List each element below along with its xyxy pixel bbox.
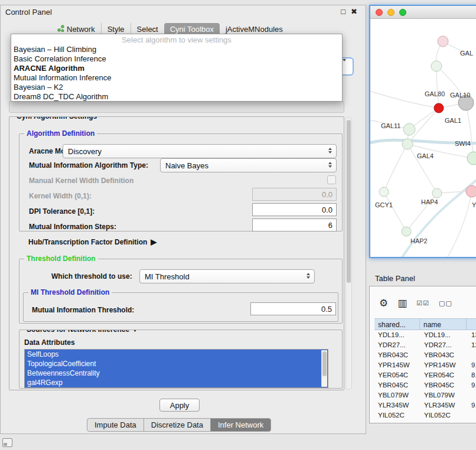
attribute-item[interactable]: BetweennessCentrality xyxy=(25,369,328,378)
manual-kernel-label: Manual Kernel Width Definition xyxy=(29,177,133,185)
network-node[interactable] xyxy=(438,36,448,47)
close-traffic-light[interactable] xyxy=(376,9,383,16)
table-row[interactable]: YBL079WYBL079W xyxy=(374,390,476,400)
network-window-titlebar[interactable] xyxy=(370,6,476,19)
table-body: YDL19...YDL19...13YDR27...YDR27...12YBR0… xyxy=(374,330,476,420)
hub-tf-definition-toggle[interactable]: Hub/Transcription Factor Definition ▶ xyxy=(28,237,157,246)
menu-item[interactable]: Dream8 DC_TDC Algorithm xyxy=(11,92,342,102)
sources-toggle[interactable]: Sources for Network Inference ▼ xyxy=(24,330,141,334)
zoom-traffic-light[interactable] xyxy=(399,9,406,16)
window-title: Control Panel xyxy=(5,8,52,17)
table-cell: YBL079W xyxy=(420,390,468,400)
node-label: GAL xyxy=(460,50,473,57)
table-cell: YBR043C xyxy=(374,350,420,360)
table-cell: YLR345W xyxy=(374,400,420,410)
network-edge xyxy=(436,66,439,108)
network-node[interactable] xyxy=(434,103,444,113)
group-title: Algorithm Definition xyxy=(24,129,97,138)
deselect-all-icon[interactable]: ▢▢ xyxy=(439,298,452,308)
gear-icon[interactable]: ⚙ xyxy=(379,298,388,308)
column-header[interactable]: shared... xyxy=(374,318,420,330)
network-edge xyxy=(407,144,437,193)
table-row[interactable]: YLR345WYLR345W9. xyxy=(374,400,476,410)
table-cell: 13 xyxy=(468,330,476,340)
tab-impute-data[interactable]: Impute Data xyxy=(87,418,144,432)
columns-icon[interactable]: ▥ xyxy=(397,298,407,308)
collapsed-header-bar xyxy=(9,101,344,113)
table-cell: YBR045C xyxy=(374,380,420,390)
list-scrollbar[interactable] xyxy=(321,350,327,387)
table-header: shared...name xyxy=(374,318,476,330)
menu-item[interactable]: Bayesian – K2 xyxy=(11,83,342,92)
tab-label: Style xyxy=(107,25,125,34)
mi-threshold-field[interactable]: 0.5 xyxy=(250,302,336,315)
table-cell: YER054C xyxy=(374,370,420,380)
table-row[interactable]: YBR043CYBR043C xyxy=(374,350,476,360)
threshold-definition-group: Threshold Definition Which threshold to … xyxy=(19,259,343,324)
attribute-item[interactable]: gal4RGexp xyxy=(25,378,328,387)
table-row[interactable]: YIL052CYIL052C xyxy=(374,410,476,420)
network-node[interactable] xyxy=(402,139,413,149)
table-cell: 9. xyxy=(468,360,476,370)
table-panel-window: ⚙ ▥ ☑☑ ▢▢ shared...name YDL19...YDL19...… xyxy=(369,286,476,423)
menu-item[interactable]: Mutual Information Inference xyxy=(11,73,342,83)
hub-tf-label: Hub/Transcription Factor Definition xyxy=(28,238,147,246)
apply-button[interactable]: Apply xyxy=(159,399,200,412)
table-row[interactable]: YBR045CYBR045C9. xyxy=(374,380,476,390)
table-cell: YER054C xyxy=(420,370,468,380)
mi-type-select[interactable]: Naive Bayes xyxy=(160,158,337,172)
network-node[interactable] xyxy=(432,188,442,198)
float-window-icon[interactable]: □ xyxy=(341,7,345,16)
dpi-tolerance-field[interactable]: 0.0 xyxy=(252,203,337,216)
table-panel-title: Table Panel xyxy=(375,274,415,283)
kernel-width-label: Kernel Width (0,1): xyxy=(29,192,92,200)
network-node[interactable] xyxy=(403,123,415,135)
column-header[interactable] xyxy=(466,318,476,330)
node-label: HAP4 xyxy=(421,198,438,206)
table-cell: YIL052C xyxy=(420,410,468,420)
select-all-checks-icon[interactable]: ☑☑ xyxy=(416,298,429,308)
menu-item[interactable]: Bayesian – Hill Climbing xyxy=(11,45,342,54)
network-tab-icon xyxy=(57,25,64,34)
attribute-item[interactable]: TopologicalCoefficient xyxy=(25,359,328,369)
table-cell: 12 xyxy=(468,340,476,350)
tab-discretize-data[interactable]: Discretize Data xyxy=(144,418,211,432)
column-header[interactable]: name xyxy=(419,318,467,330)
table-cell: YBL079W xyxy=(374,390,420,400)
menu-item[interactable]: Basic Correlation Inference xyxy=(11,54,342,64)
node-label: GAL11 xyxy=(381,122,400,129)
attribute-item[interactable]: SelfLoops xyxy=(25,350,328,359)
network-node[interactable] xyxy=(379,187,389,197)
network-node[interactable] xyxy=(402,227,411,236)
scrollbar-thumb[interactable] xyxy=(347,120,351,283)
manual-kernel-checkbox[interactable] xyxy=(327,175,336,184)
algorithm-dropdown-menu: Select algorithm to view settings Bayesi… xyxy=(11,34,343,102)
tab-label: Select xyxy=(137,25,158,34)
tab-infer-network[interactable]: Infer Network xyxy=(210,418,271,432)
aracne-mode-select[interactable]: Discovery xyxy=(63,144,337,158)
settings-scrollbar[interactable] xyxy=(345,117,352,390)
restore-panel-icon[interactable] xyxy=(2,438,12,447)
minimize-traffic-light[interactable] xyxy=(387,9,395,16)
scrollbar-thumb[interactable] xyxy=(322,351,327,376)
tab-label: Cyni Toolbox xyxy=(170,25,214,34)
dpi-tolerance-label: DPI Tolerance [0,1]: xyxy=(29,207,94,216)
group-title: MI Threshold Definition xyxy=(28,288,112,296)
node-label: HAP2 xyxy=(410,237,428,244)
table-row[interactable]: YPR145WYPR145W9. xyxy=(374,360,476,370)
network-node[interactable] xyxy=(466,185,476,197)
which-threshold-select[interactable]: MI Threshold xyxy=(139,269,315,283)
table-row[interactable]: YER054CYER054C8. xyxy=(374,370,476,380)
network-node[interactable] xyxy=(431,61,442,71)
network-node[interactable] xyxy=(467,152,476,165)
close-window-icon[interactable]: ✖ xyxy=(351,7,357,16)
node-label: GCY1 xyxy=(375,201,393,208)
table-row[interactable]: YDL19...YDL19...13 xyxy=(374,330,476,340)
mi-steps-field[interactable]: 6 xyxy=(252,219,337,231)
network-canvas[interactable]: GALGAL80GAL10GAL11GAL1SWI4GAL4GCY1HAP4YH… xyxy=(370,19,476,257)
node-label: GAL1 xyxy=(445,117,461,124)
node-label: GAL4 xyxy=(417,152,433,159)
table-row[interactable]: YDR27...YDR27...12 xyxy=(374,340,476,350)
menu-item[interactable]: ARACNE Algorithm xyxy=(11,64,342,73)
menu-placeholder: Select algorithm to view settings xyxy=(11,35,342,45)
